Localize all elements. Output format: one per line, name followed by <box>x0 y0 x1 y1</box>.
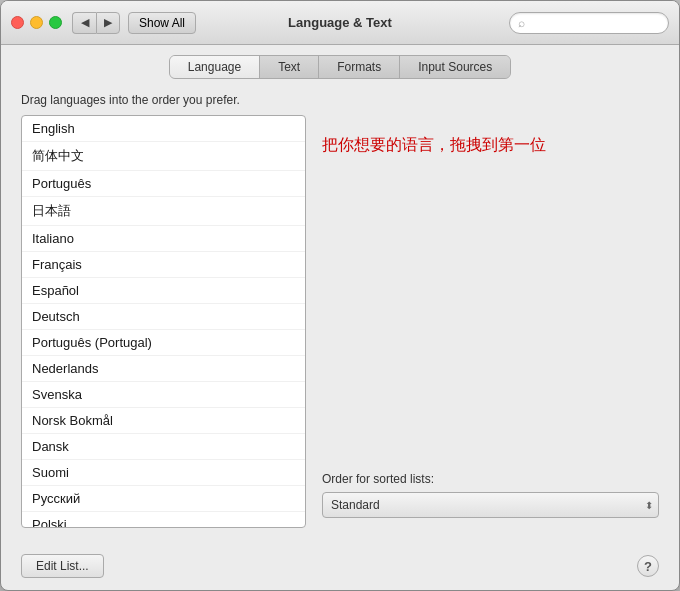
language-item[interactable]: Português (Portugal) <box>22 330 305 356</box>
language-item[interactable]: Português <box>22 171 305 197</box>
language-item[interactable]: 简体中文 <box>22 142 305 171</box>
show-all-button[interactable]: Show All <box>128 12 196 34</box>
search-input[interactable] <box>529 16 679 30</box>
tab-formats[interactable]: Formats <box>319 56 400 78</box>
language-item[interactable]: English <box>22 116 305 142</box>
tabs: Language Text Formats Input Sources <box>169 55 511 79</box>
drag-hint: Drag languages into the order you prefer… <box>21 93 659 107</box>
window-title: Language & Text <box>288 15 392 30</box>
tab-text[interactable]: Text <box>260 56 319 78</box>
nav-buttons: ◀ ▶ <box>72 12 120 34</box>
edit-list-button[interactable]: Edit List... <box>21 554 104 578</box>
language-item[interactable]: Polski <box>22 512 305 527</box>
search-bar[interactable]: ⌕ × <box>509 12 669 34</box>
language-list-container: English简体中文Português日本語ItalianoFrançaisE… <box>21 115 306 528</box>
language-item[interactable]: 日本語 <box>22 197 305 226</box>
forward-button[interactable]: ▶ <box>96 12 120 34</box>
sorted-lists-label: Order for sorted lists: <box>322 472 659 486</box>
language-item[interactable]: Svenska <box>22 382 305 408</box>
language-list[interactable]: English简体中文Português日本語ItalianoFrançaisE… <box>22 116 305 527</box>
sorted-lists: Order for sorted lists: StandardPhoneboo… <box>322 472 659 518</box>
content: Drag languages into the order you prefer… <box>1 79 679 544</box>
close-button[interactable] <box>11 16 24 29</box>
language-item[interactable]: Suomi <box>22 460 305 486</box>
title-bar: ◀ ▶ Show All Language & Text ⌕ × <box>1 1 679 45</box>
language-item[interactable]: Nederlands <box>22 356 305 382</box>
language-item[interactable]: Español <box>22 278 305 304</box>
language-item[interactable]: Italiano <box>22 226 305 252</box>
language-item[interactable]: Русский <box>22 486 305 512</box>
help-button[interactable]: ? <box>637 555 659 577</box>
search-icon: ⌕ <box>518 16 525 30</box>
window: ◀ ▶ Show All Language & Text ⌕ × Languag… <box>0 0 680 591</box>
sorted-select[interactable]: StandardPhonebook <box>322 492 659 518</box>
language-item[interactable]: Deutsch <box>22 304 305 330</box>
minimize-button[interactable] <box>30 16 43 29</box>
traffic-lights <box>11 16 62 29</box>
language-item[interactable]: Dansk <box>22 434 305 460</box>
chinese-hint: 把你想要的语言，拖拽到第一位 <box>322 135 659 472</box>
sorted-select-container: StandardPhonebook ⬍ <box>322 492 659 518</box>
maximize-button[interactable] <box>49 16 62 29</box>
tab-language[interactable]: Language <box>170 56 260 78</box>
right-panel: 把你想要的语言，拖拽到第一位 Order for sorted lists: S… <box>322 115 659 528</box>
back-button[interactable]: ◀ <box>72 12 96 34</box>
main-area: English简体中文Português日本語ItalianoFrançaisE… <box>21 115 659 528</box>
tab-input-sources[interactable]: Input Sources <box>400 56 510 78</box>
language-item[interactable]: Français <box>22 252 305 278</box>
bottom-bar: Edit List... ? <box>1 544 679 590</box>
tabs-container: Language Text Formats Input Sources <box>1 45 679 79</box>
language-item[interactable]: Norsk Bokmål <box>22 408 305 434</box>
